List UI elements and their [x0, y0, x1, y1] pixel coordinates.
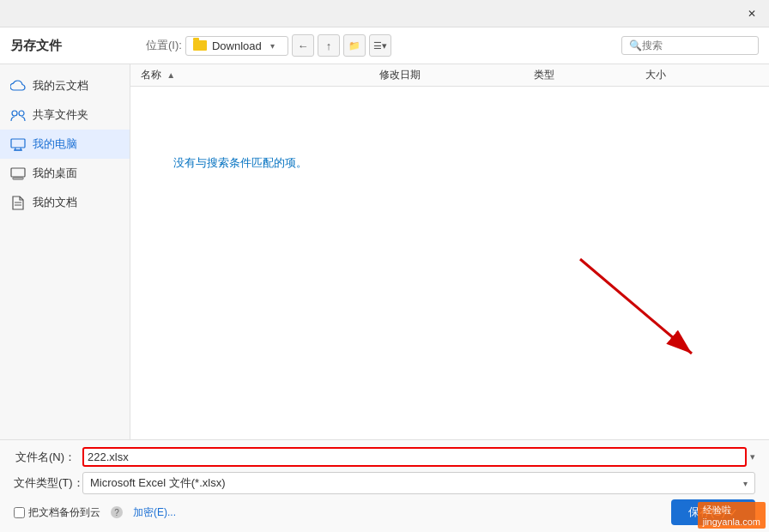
sort-arrow: ▲ [167, 70, 175, 80]
dialog-title: 另存文件 [10, 38, 139, 54]
dialog-body: 我的云文档 共享文件夹 [0, 64, 769, 439]
backup-checkbox-label[interactable]: 把文档备份到云 [14, 505, 100, 520]
location-bar: 位置(I): Download ▾ ← ↑ 📁 ☰▾ 🔍 [146, 34, 759, 57]
file-list: 没有与搜索条件匹配的项。 [130, 87, 769, 439]
sidebar-label-cloud: 我的云文档 [33, 78, 88, 94]
footer-options-left: 把文档备份到云 ? 加密(E)... [14, 505, 176, 520]
sidebar-item-cloud[interactable]: 我的云文档 [0, 71, 130, 100]
filename-input-wrapper [82, 447, 747, 467]
sidebar: 我的云文档 共享文件夹 [0, 64, 130, 439]
search-icon: 🔍 [629, 39, 642, 51]
filename-row: 文件名(N)： ▾ [14, 447, 755, 467]
sidebar-item-documents[interactable]: 我的文档 [0, 188, 130, 217]
close-button[interactable]: ✕ [742, 3, 762, 24]
back-button[interactable]: ← [292, 34, 314, 57]
svg-rect-5 [13, 178, 23, 179]
save-button[interactable]: 保存(S) ✓ [671, 499, 755, 525]
search-input[interactable] [642, 39, 751, 51]
location-dropdown[interactable]: Download ▾ [185, 36, 288, 56]
svg-rect-2 [11, 139, 25, 148]
sidebar-label-shared: 共享文件夹 [33, 107, 88, 123]
shared-icon [10, 107, 26, 123]
save-checkmark: ✓ [729, 506, 738, 519]
sidebar-label-mypc: 我的电脑 [33, 136, 77, 152]
new-folder-button[interactable]: 📁 [343, 34, 366, 57]
content-area: 名称 ▲ 修改日期 类型 大小 没有与搜索条件匹配的项。 [130, 64, 769, 439]
backup-checkbox[interactable] [14, 507, 25, 518]
svg-point-0 [12, 111, 17, 116]
svg-point-1 [19, 111, 24, 116]
dialog-header: 另存文件 位置(I): Download ▾ ← ↑ 📁 ☰▾ 🔍 [0, 27, 769, 64]
filetype-select[interactable]: Microsoft Excel 文件(*.xlsx) ▾ [82, 472, 755, 494]
desktop-icon [10, 166, 26, 181]
column-headers: 名称 ▲ 修改日期 类型 大小 [130, 64, 769, 87]
location-dropdown-arrow: ▾ [270, 41, 275, 51]
col-header-date[interactable]: 修改日期 [379, 68, 534, 82]
save-button-label: 保存(S) [688, 505, 725, 520]
filename-input[interactable] [88, 450, 742, 463]
location-label: 位置(I): [146, 38, 182, 53]
empty-message: 没有与搜索条件匹配的项。 [173, 155, 307, 171]
filetype-label: 文件类型(T)： [14, 475, 82, 491]
title-bar: ✕ [0, 0, 769, 27]
save-dialog: 另存文件 位置(I): Download ▾ ← ↑ 📁 ☰▾ 🔍 [0, 27, 769, 532]
sidebar-label-desktop: 我的桌面 [33, 166, 77, 181]
dialog-footer: 文件名(N)： ▾ 文件类型(T)： Microsoft Excel 文件(*.… [0, 439, 769, 532]
folder-icon [193, 40, 207, 51]
document-icon [10, 195, 26, 210]
location-value: Download [212, 39, 262, 52]
view-options-button[interactable]: ☰▾ [369, 34, 391, 57]
col-header-name[interactable]: 名称 ▲ [130, 68, 379, 82]
col-header-type[interactable]: 类型 [534, 68, 645, 82]
filetype-dropdown-arrow: ▾ [743, 479, 748, 488]
encrypt-link[interactable]: 加密(E)... [133, 505, 176, 520]
backup-label: 把文档备份到云 [28, 505, 100, 520]
filename-label: 文件名(N)： [14, 450, 82, 465]
filename-dropdown-arrow[interactable]: ▾ [750, 451, 755, 462]
search-box: 🔍 [621, 36, 759, 55]
help-icon[interactable]: ? [111, 506, 123, 518]
sidebar-item-mypc[interactable]: 我的电脑 [0, 130, 130, 159]
filetype-row: 文件类型(T)： Microsoft Excel 文件(*.xlsx) ▾ [14, 472, 755, 494]
cloud-icon [10, 78, 26, 94]
up-button[interactable]: ↑ [318, 34, 340, 57]
sidebar-item-desktop[interactable]: 我的桌面 [0, 159, 130, 188]
svg-rect-4 [11, 168, 25, 177]
computer-icon [10, 136, 26, 152]
sidebar-label-documents: 我的文档 [33, 195, 77, 210]
filetype-value: Microsoft Excel 文件(*.xlsx) [90, 475, 743, 491]
footer-options: 把文档备份到云 ? 加密(E)... 保存(S) ✓ [14, 499, 755, 525]
sidebar-item-shared[interactable]: 共享文件夹 [0, 100, 130, 130]
col-header-size[interactable]: 大小 [645, 68, 731, 82]
